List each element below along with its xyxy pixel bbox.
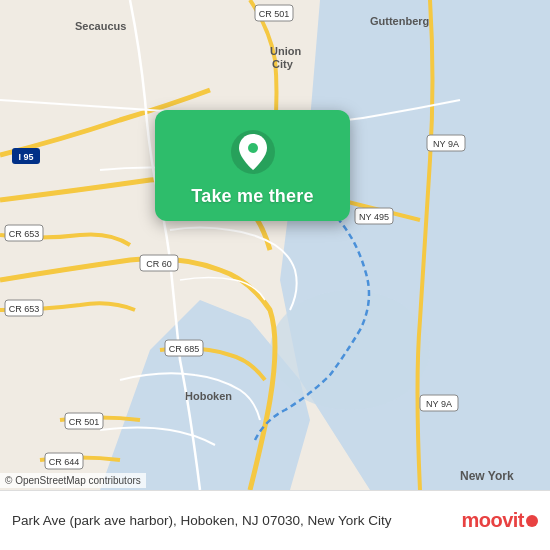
moovit-logo: moovit xyxy=(461,509,538,532)
svg-text:I 95: I 95 xyxy=(18,152,33,162)
osm-credit: © OpenStreetMap contributors xyxy=(0,473,146,488)
svg-text:Guttenberg: Guttenberg xyxy=(370,15,429,27)
take-me-there-button[interactable]: Take me there xyxy=(191,186,313,207)
svg-text:Union: Union xyxy=(270,45,301,57)
moovit-logo-text: moovit xyxy=(461,509,538,532)
svg-text:CR 653: CR 653 xyxy=(9,229,40,239)
svg-text:CR 685: CR 685 xyxy=(169,344,200,354)
svg-text:CR 501: CR 501 xyxy=(259,9,290,19)
svg-point-3 xyxy=(270,290,430,410)
svg-text:CR 644: CR 644 xyxy=(49,457,80,467)
svg-text:City: City xyxy=(272,58,294,70)
svg-text:Secaucus: Secaucus xyxy=(75,20,126,32)
svg-text:NY 9A: NY 9A xyxy=(433,139,459,149)
moovit-dot-icon xyxy=(526,515,538,527)
svg-point-33 xyxy=(248,143,258,153)
svg-text:NY 9A: NY 9A xyxy=(426,399,452,409)
svg-text:NY 495: NY 495 xyxy=(359,212,389,222)
moovit-wordmark: moovit xyxy=(461,509,524,531)
location-pin-icon xyxy=(229,128,277,176)
svg-text:CR 501: CR 501 xyxy=(69,417,100,427)
map-background: CR 501 I 95 CR 653 CR 653 CR 685 CR 501 … xyxy=(0,0,550,490)
map-container: CR 501 I 95 CR 653 CR 653 CR 685 CR 501 … xyxy=(0,0,550,490)
popup-card: Take me there xyxy=(155,110,350,221)
footer-bar: Park Ave (park ave harbor), Hoboken, NJ … xyxy=(0,490,550,550)
svg-text:CR 60: CR 60 xyxy=(146,259,172,269)
svg-text:New York: New York xyxy=(460,469,514,483)
svg-text:Hoboken: Hoboken xyxy=(185,390,232,402)
location-description: Park Ave (park ave harbor), Hoboken, NJ … xyxy=(12,512,451,530)
svg-text:CR 653: CR 653 xyxy=(9,304,40,314)
